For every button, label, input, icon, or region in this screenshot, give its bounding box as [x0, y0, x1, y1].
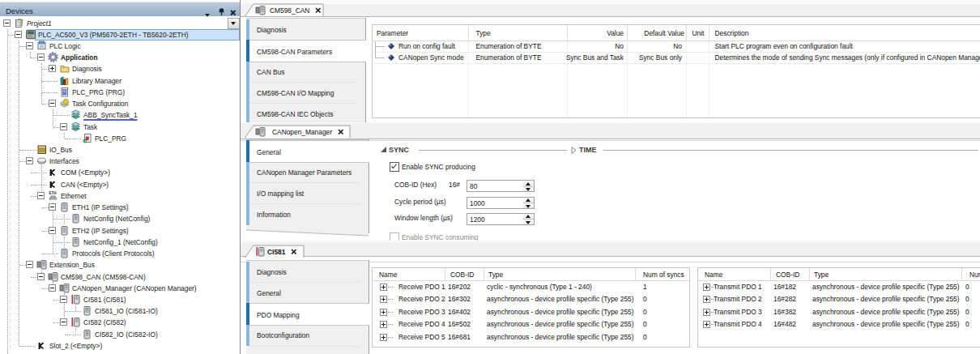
svg-text:ETH: ETH — [49, 191, 57, 195]
